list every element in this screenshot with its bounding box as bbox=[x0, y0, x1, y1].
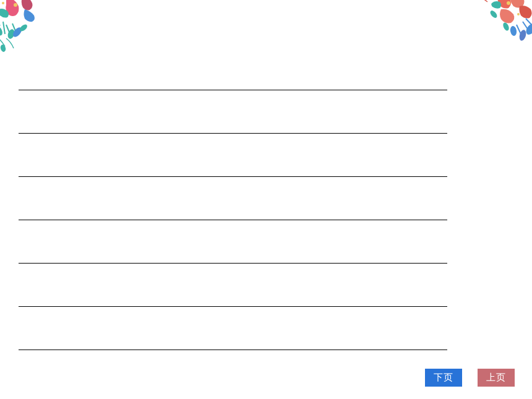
navigation-buttons: 下页 上页 bbox=[425, 369, 515, 387]
next-page-button[interactable]: 下页 bbox=[425, 369, 462, 387]
writing-line bbox=[19, 263, 447, 264]
floral-decoration-right bbox=[464, 0, 532, 46]
writing-line bbox=[19, 133, 447, 134]
writing-line bbox=[19, 350, 447, 350]
writing-line bbox=[19, 176, 447, 177]
writing-line bbox=[19, 306, 447, 307]
svg-point-4 bbox=[14, 3, 17, 7]
prev-page-button[interactable]: 上页 bbox=[478, 369, 515, 387]
writing-line bbox=[19, 220, 447, 220]
svg-point-6 bbox=[0, 44, 6, 53]
svg-point-5 bbox=[2, 2, 4, 4]
writing-line bbox=[19, 90, 447, 90]
svg-point-9 bbox=[510, 25, 518, 36]
writing-lines-area bbox=[19, 90, 447, 393]
svg-point-10 bbox=[489, 9, 498, 19]
svg-point-12 bbox=[517, 13, 520, 15]
svg-point-11 bbox=[507, 1, 510, 5]
floral-decoration-left bbox=[0, 0, 49, 56]
